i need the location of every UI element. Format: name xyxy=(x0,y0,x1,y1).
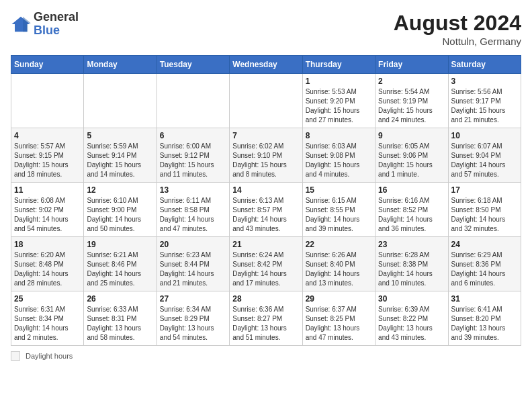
day-info: Sunrise: 6:07 AM Sunset: 9:04 PM Dayligh… xyxy=(451,142,518,179)
sunrise-time: Sunrise: 6:39 AM xyxy=(378,306,429,313)
sunset-time: Sunset: 8:57 PM xyxy=(232,206,282,214)
daylight-duration: Daylight: 14 hours and 57 minutes. xyxy=(451,161,506,178)
calendar-day-cell: 10 Sunrise: 6:07 AM Sunset: 9:04 PM Dayl… xyxy=(448,128,521,183)
day-number: 22 xyxy=(306,240,372,249)
daylight-duration: Daylight: 13 hours and 47 minutes. xyxy=(306,324,360,341)
sunset-time: Sunset: 8:44 PM xyxy=(160,261,210,268)
calendar-day-cell: 31 Sunrise: 6:41 AM Sunset: 8:20 PM Dayl… xyxy=(448,291,521,346)
daylight-duration: Daylight: 14 hours and 43 minutes. xyxy=(232,216,287,232)
day-number: 5 xyxy=(87,131,153,140)
daylight-duration: Daylight: 15 hours and 27 minutes. xyxy=(306,107,360,124)
sunset-time: Sunset: 8:22 PM xyxy=(378,315,428,322)
calendar-day-cell: 19 Sunrise: 6:21 AM Sunset: 8:46 PM Dayl… xyxy=(84,237,157,291)
sunrise-time: Sunrise: 6:13 AM xyxy=(232,197,283,204)
calendar-day-cell: 13 Sunrise: 6:11 AM Sunset: 8:58 PM Dayl… xyxy=(157,183,229,237)
sunset-time: Sunset: 8:55 PM xyxy=(306,206,355,214)
day-number: 1 xyxy=(306,77,372,86)
sunset-time: Sunset: 9:02 PM xyxy=(14,206,64,214)
sunrise-time: Sunrise: 6:29 AM xyxy=(451,251,502,259)
day-info: Sunrise: 6:23 AM Sunset: 8:44 PM Dayligh… xyxy=(160,250,226,288)
day-info: Sunrise: 6:00 AM Sunset: 9:12 PM Dayligh… xyxy=(160,142,226,179)
day-number: 9 xyxy=(378,131,445,140)
sunrise-time: Sunrise: 6:21 AM xyxy=(87,251,138,259)
day-number: 18 xyxy=(14,240,81,249)
sunset-time: Sunset: 8:50 PM xyxy=(451,206,501,214)
calendar-table: SundayMondayTuesdayWednesdayThursdayFrid… xyxy=(11,55,521,346)
sunset-time: Sunset: 9:19 PM xyxy=(378,97,428,105)
sunset-time: Sunset: 8:40 PM xyxy=(306,261,355,268)
day-number: 13 xyxy=(160,185,226,195)
daylight-label: Daylight hours xyxy=(26,352,73,360)
day-number: 25 xyxy=(14,294,81,304)
calendar-day-cell: 30 Sunrise: 6:39 AM Sunset: 8:22 PM Dayl… xyxy=(375,291,448,346)
calendar-week-row: 25 Sunrise: 6:31 AM Sunset: 8:34 PM Dayl… xyxy=(11,291,521,346)
calendar-day-cell: 5 Sunrise: 5:59 AM Sunset: 9:14 PM Dayli… xyxy=(84,128,157,183)
calendar-day-cell xyxy=(230,74,302,128)
calendar-day-cell: 27 Sunrise: 6:34 AM Sunset: 8:29 PM Dayl… xyxy=(157,291,229,346)
calendar-day-cell: 2 Sunrise: 5:54 AM Sunset: 9:19 PM Dayli… xyxy=(375,74,448,128)
day-info: Sunrise: 6:15 AM Sunset: 8:55 PM Dayligh… xyxy=(306,196,372,234)
logo-blue: Blue xyxy=(34,24,60,37)
day-number: 19 xyxy=(87,240,153,249)
day-info: Sunrise: 5:59 AM Sunset: 9:14 PM Dayligh… xyxy=(87,142,153,179)
calendar-header-row: SundayMondayTuesdayWednesdayThursdayFrid… xyxy=(11,56,521,74)
sunrise-time: Sunrise: 5:54 AM xyxy=(378,88,429,95)
calendar-day-cell: 9 Sunrise: 6:05 AM Sunset: 9:06 PM Dayli… xyxy=(375,128,448,183)
daylight-duration: Daylight: 15 hours and 18 minutes. xyxy=(14,161,69,178)
sunrise-time: Sunrise: 6:24 AM xyxy=(232,251,283,259)
calendar-week-row: 11 Sunrise: 6:08 AM Sunset: 9:02 PM Dayl… xyxy=(11,183,521,237)
daylight-duration: Daylight: 15 hours and 14 minutes. xyxy=(87,161,141,178)
calendar-week-row: 18 Sunrise: 6:20 AM Sunset: 8:48 PM Dayl… xyxy=(11,237,521,291)
sunrise-time: Sunrise: 6:26 AM xyxy=(306,251,357,259)
logo-text: General Blue xyxy=(34,11,79,38)
calendar-day-cell: 26 Sunrise: 6:33 AM Sunset: 8:31 PM Dayl… xyxy=(84,291,157,346)
calendar-day-header: Thursday xyxy=(302,56,375,74)
day-info: Sunrise: 6:18 AM Sunset: 8:50 PM Dayligh… xyxy=(451,196,518,234)
sunset-time: Sunset: 9:08 PM xyxy=(306,152,355,159)
day-info: Sunrise: 6:08 AM Sunset: 9:02 PM Dayligh… xyxy=(14,196,81,234)
day-info: Sunrise: 6:13 AM Sunset: 8:57 PM Dayligh… xyxy=(232,196,299,234)
sunrise-time: Sunrise: 6:34 AM xyxy=(160,306,211,313)
day-number: 11 xyxy=(14,185,81,195)
day-info: Sunrise: 6:20 AM Sunset: 8:48 PM Dayligh… xyxy=(14,250,81,288)
calendar-day-cell: 1 Sunrise: 5:53 AM Sunset: 9:20 PM Dayli… xyxy=(302,74,375,128)
daylight-duration: Daylight: 14 hours and 21 minutes. xyxy=(160,270,214,287)
sunset-time: Sunset: 8:36 PM xyxy=(451,261,501,268)
calendar-day-cell: 23 Sunrise: 6:28 AM Sunset: 8:38 PM Dayl… xyxy=(375,237,448,291)
day-number: 14 xyxy=(232,185,299,195)
sunset-time: Sunset: 8:27 PM xyxy=(232,315,282,322)
footer-note: Daylight hours xyxy=(11,351,521,361)
day-number: 20 xyxy=(160,240,226,249)
day-number: 27 xyxy=(160,294,226,304)
day-number: 29 xyxy=(306,294,372,304)
day-info: Sunrise: 5:53 AM Sunset: 9:20 PM Dayligh… xyxy=(306,87,372,125)
sunrise-time: Sunrise: 6:16 AM xyxy=(378,197,429,204)
calendar-day-cell xyxy=(157,74,229,128)
sunrise-time: Sunrise: 6:11 AM xyxy=(160,197,211,204)
day-number: 3 xyxy=(451,77,518,86)
daylight-duration: Daylight: 15 hours and 4 minutes. xyxy=(306,161,360,178)
calendar-day-header: Saturday xyxy=(448,56,521,74)
sunrise-time: Sunrise: 6:08 AM xyxy=(14,197,65,204)
sunrise-time: Sunrise: 6:07 AM xyxy=(451,142,502,150)
daylight-duration: Daylight: 14 hours and 13 minutes. xyxy=(306,270,360,287)
day-info: Sunrise: 6:41 AM Sunset: 8:20 PM Dayligh… xyxy=(451,305,518,342)
sunset-time: Sunset: 9:12 PM xyxy=(160,152,210,159)
sunset-time: Sunset: 9:10 PM xyxy=(232,152,282,159)
sunset-time: Sunset: 8:52 PM xyxy=(378,206,428,214)
calendar-day-cell: 15 Sunrise: 6:15 AM Sunset: 8:55 PM Dayl… xyxy=(302,183,375,237)
daylight-duration: Daylight: 13 hours and 58 minutes. xyxy=(87,324,141,341)
daylight-duration: Daylight: 14 hours and 50 minutes. xyxy=(87,216,141,232)
sunset-time: Sunset: 9:17 PM xyxy=(451,97,501,105)
sunrise-time: Sunrise: 6:31 AM xyxy=(14,306,65,313)
daylight-duration: Daylight: 15 hours and 24 minutes. xyxy=(378,107,433,124)
sunset-time: Sunset: 9:14 PM xyxy=(87,152,136,159)
daylight-duration: Daylight: 14 hours and 17 minutes. xyxy=(232,270,287,287)
day-info: Sunrise: 6:39 AM Sunset: 8:22 PM Dayligh… xyxy=(378,305,445,342)
calendar-day-cell: 12 Sunrise: 6:10 AM Sunset: 9:00 PM Dayl… xyxy=(84,183,157,237)
sunset-time: Sunset: 8:25 PM xyxy=(306,315,355,322)
day-number: 30 xyxy=(378,294,445,304)
calendar-day-cell: 3 Sunrise: 5:56 AM Sunset: 9:17 PM Dayli… xyxy=(448,74,521,128)
sunset-time: Sunset: 8:34 PM xyxy=(14,315,64,322)
calendar-day-cell: 29 Sunrise: 6:37 AM Sunset: 8:25 PM Dayl… xyxy=(302,291,375,346)
